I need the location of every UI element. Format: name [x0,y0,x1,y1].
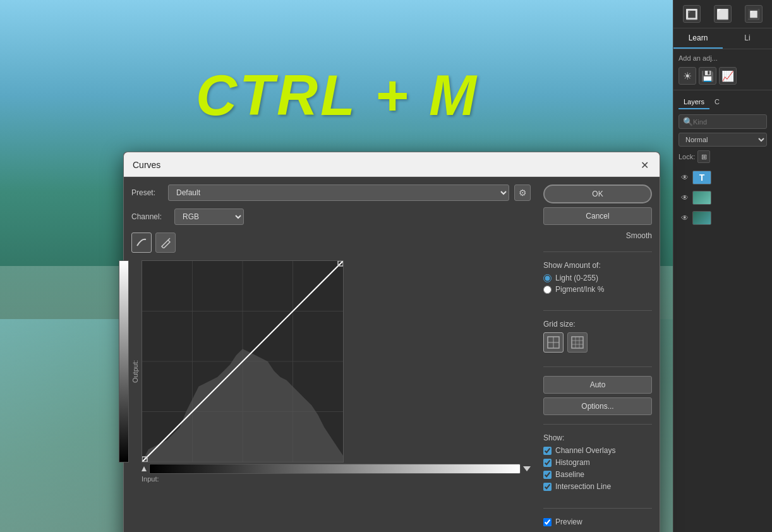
curve-tool-curve[interactable] [131,233,152,253]
channel-overlays-checkbox[interactable] [543,447,552,455]
preview-label: Preview [555,517,582,526]
histogram-checkbox[interactable] [543,459,552,467]
save-icon-btn[interactable]: 💾 [699,67,716,85]
dialog-title: Curves [133,160,160,170]
pencil-icon [160,237,171,248]
action-buttons: OK Cancel Smooth [543,184,652,243]
baseline-label: Baseline [555,470,584,479]
baseline-row: Baseline [543,470,652,479]
grid-btn-4[interactable] [543,332,564,353]
curve-tool-pencil[interactable] [155,233,176,253]
grid-10x10-icon [571,336,584,349]
show-amount-section: Show Amount of: Light (0-255) Pigment/In… [543,261,652,296]
ok-button[interactable]: OK [543,184,652,203]
gradient-bar-vertical [119,260,129,462]
baseline-checkbox[interactable] [543,471,552,479]
layer-thumb-img2 [692,211,711,225]
svg-rect-10 [572,337,583,348]
curve-graph-container[interactable]: Input: [142,260,531,483]
layer-item[interactable]: 👁 [679,209,767,227]
channel-row: Channel: RGB [131,209,531,225]
tab-learn[interactable]: Learn [673,28,723,49]
eye-icon-1[interactable]: 👁 [680,172,690,183]
curve-canvas[interactable] [142,260,344,462]
histogram-row: Histogram [543,458,652,467]
panel-top-icons: 🔳 ⬜ 🔲 [673,0,772,28]
intersection-line-row: Intersection Line [543,482,652,491]
add-adj-label: Add an adj... [679,54,767,62]
divider-3 [543,366,652,367]
search-bar[interactable]: 🔍 [679,114,767,129]
channel-overlays-label: Channel Overlays [555,446,615,455]
channel-label: Channel: [131,212,169,221]
curves-icon-btn[interactable]: 📈 [719,67,737,85]
divider-2 [543,310,652,311]
learn-section: Add an adj... ☀ 💾 📈 [673,49,772,90]
tab-channels[interactable]: C [709,95,725,109]
grid-btn-10[interactable] [567,332,588,353]
panel-icon-3[interactable]: 🔲 [745,5,763,23]
shortcut-text: CTRL + M [196,63,479,128]
gear-button[interactable]: ⚙ [514,184,531,201]
grid-size-label: Grid size: [543,320,652,329]
curve-point-bottom[interactable] [142,457,147,462]
right-panel: 🔳 ⬜ 🔲 Learn Li Add an adj... ☀ 💾 📈 Layer… [673,0,772,532]
panel-tabs: Learn Li [673,28,772,49]
gradient-bar-v-fill [119,260,129,462]
lock-icon[interactable]: ⊞ [697,150,710,163]
tab-layers[interactable]: Layers [679,95,709,109]
layers-section: Layers C 🔍 Normal Lock: ⊞ 👁 T 👁 [673,90,772,532]
preview-row: Preview [543,517,652,526]
adj-icons: ☀ 💾 📈 [679,67,767,85]
intersection-line-checkbox[interactable] [543,483,552,491]
show-section: Show: Channel Overlays Histogram Baselin… [543,433,652,494]
intersection-line-label: Intersection Line [555,482,611,491]
radio-pigment[interactable] [543,286,552,294]
options-button[interactable]: Options... [543,397,652,415]
dialog-close-button[interactable]: ✕ [638,159,651,171]
curve-graph-wrapper: Output: [131,260,531,483]
lock-label: Lock: [679,153,695,160]
layer-thumb-img2-inner [693,212,711,224]
layers-tabs: Layers C [679,95,767,109]
layer-item[interactable]: 👁 [679,188,767,207]
input-label: Input: [142,475,159,483]
tab-li[interactable]: Li [723,28,772,49]
radio-light[interactable] [543,274,552,282]
layer-thumb-img1-inner [693,191,711,204]
channel-select[interactable]: RGB [174,209,244,225]
radio-pigment-row: Pigment/Ink % [543,285,652,294]
histogram-bars [142,349,343,462]
pigment-label: Pigment/Ink % [555,285,604,294]
smooth-button[interactable]: Smooth [543,229,652,243]
divider-4 [543,424,652,425]
preview-checkbox[interactable] [543,518,552,526]
curve-svg [142,261,343,462]
curve-tools [131,233,531,253]
preset-label: Preset: [131,188,163,197]
show-label: Show: [543,433,652,442]
eye-icon-3[interactable]: 👁 [680,213,690,223]
dialog-body: Preset: Default ⚙ Channel: RGB [124,177,660,532]
auto-button[interactable]: Auto [543,376,652,394]
input-row: Input: [142,475,531,483]
panel-icon-2[interactable]: ⬜ [714,5,732,23]
grid-4x4-icon [547,336,560,349]
layer-thumb-t-inner: T [693,171,711,184]
search-input[interactable] [693,118,763,126]
cancel-button[interactable]: Cancel [543,207,652,225]
light-label: Light (0-255) [555,274,598,282]
grid-size-section: Grid size: [543,320,652,353]
blend-mode-select[interactable]: Normal [679,133,767,147]
gradient-triangle-right[interactable] [523,466,531,471]
layer-item[interactable]: 👁 T [679,168,767,187]
curve-point-top[interactable] [338,261,343,266]
search-icon: 🔍 [683,117,693,126]
dialog-titlebar: Curves ✕ [124,152,660,177]
preset-select[interactable]: Default [168,184,509,201]
panel-icon-1[interactable]: 🔳 [683,5,701,23]
brightness-icon-btn[interactable]: ☀ [679,67,696,85]
divider-1 [543,251,652,252]
eye-icon-2[interactable]: 👁 [680,193,690,203]
auto-options-section: Auto Options... [543,376,652,415]
